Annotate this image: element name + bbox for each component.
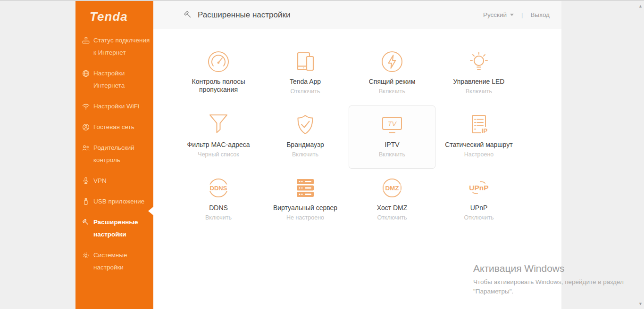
- tv-icon: TV: [381, 114, 403, 136]
- tile-static-route[interactable]: IP Статический маршрут Настроено: [435, 106, 522, 169]
- header-right: Русский | Выход: [483, 11, 550, 18]
- server-icon: [294, 177, 317, 199]
- tiles-row: Контроль полосы пропускания Tenda App От…: [175, 42, 522, 106]
- sidebar-item-label: Расширенные настройки: [93, 216, 151, 241]
- wrench-icon: [82, 216, 90, 228]
- tile-status: Отключить: [290, 88, 320, 95]
- sidebar-item-vpn[interactable]: VPN: [82, 175, 151, 187]
- sidebar-item-label: Настройки WiFi: [93, 100, 151, 113]
- logout-button[interactable]: Выход: [531, 11, 550, 18]
- sidebar-item-label: Гостевая сеть: [93, 121, 151, 133]
- tile-ddns[interactable]: DDNS DDNS Включить: [175, 169, 262, 232]
- sidebar-item-label: Настройки Интернета: [93, 67, 151, 92]
- tile-status: Не настроено: [286, 214, 324, 221]
- sidebar-item-parental-control[interactable]: Родительский контроль: [82, 142, 151, 166]
- shield-check-icon: [294, 114, 317, 136]
- tile-iptv[interactable]: TV IPTV Включить: [349, 106, 435, 169]
- tile-status: Отключить: [464, 214, 493, 221]
- gear-icon: [82, 249, 90, 261]
- tile-mac-filter[interactable]: Фильтр MAC-адреса Черный список: [175, 106, 262, 169]
- tile-title: Фильтр MAC-адреса: [187, 141, 250, 149]
- sidebar: Tenda Статус подклчения к Интернет: [75, 1, 153, 309]
- tile-dmz-host[interactable]: DMZ Хост DMZ Отключить: [349, 169, 435, 232]
- scroll-up-icon[interactable]: ▲: [638, 4, 643, 8]
- tile-title: Виртуальный сервер: [273, 204, 337, 212]
- devices-icon: [294, 50, 317, 73]
- page-header: Расширенные настройки Русский | Выход: [153, 1, 561, 29]
- language-label: Русский: [483, 11, 507, 18]
- ddns-icon-label: DDNS: [210, 185, 227, 192]
- windows-activation-watermark: Активация Windows Чтобы активировать Win…: [473, 263, 625, 296]
- tile-bandwidth-control[interactable]: Контроль полосы пропускания: [175, 42, 262, 106]
- tile-status: Отключить: [377, 214, 407, 221]
- sidebar-item-system-settings[interactable]: Системные настройки: [82, 249, 151, 274]
- sidebar-item-label: Статус подклчения к Интернет: [93, 34, 151, 59]
- tile-status: Включить: [379, 151, 405, 158]
- tenda-logo: Tenda: [90, 9, 153, 24]
- tile-status: Включить: [205, 214, 232, 221]
- tile-firewall[interactable]: Брандмауэр Включить: [262, 106, 349, 169]
- sidebar-item-label: Системные настройки: [93, 249, 151, 274]
- tile-title: Спящий режим: [369, 78, 416, 86]
- tile-title: Брандмауэр: [286, 141, 324, 149]
- route-list-ip-icon: IP: [468, 114, 490, 136]
- tile-title: Управление LED: [453, 78, 505, 86]
- dmz-circle-icon: DMZ: [381, 177, 403, 199]
- upnp-icon: UPnP: [468, 177, 490, 199]
- scrollbar[interactable]: ▲ ▼: [637, 1, 644, 308]
- scroll-down-icon[interactable]: ▼: [638, 302, 643, 306]
- sidebar-item-wifi-settings[interactable]: Настройки WiFi: [82, 100, 151, 113]
- sidebar-item-advanced-settings[interactable]: Расширенные настройки: [82, 216, 151, 241]
- tile-title: Контроль полосы пропускания: [180, 78, 257, 94]
- tile-tenda-app[interactable]: Tenda App Отключить: [262, 42, 349, 106]
- ddns-circle-icon: DDNS: [207, 177, 230, 199]
- sidebar-item-internet-settings[interactable]: Настройки Интернета: [82, 67, 151, 92]
- bulb-icon: [468, 50, 490, 73]
- sidebar-item-usb-app[interactable]: USB приложение: [82, 195, 151, 208]
- tile-status: Настроено: [464, 151, 494, 158]
- parental-control-icon: [82, 142, 90, 154]
- tiles-row: Фильтр MAC-адреса Черный список Брандмау…: [175, 106, 522, 169]
- sidebar-item-internet-status[interactable]: Статус подклчения к Интернет: [82, 34, 151, 59]
- sidebar-item-label: Родительский контроль: [93, 142, 151, 166]
- language-selector[interactable]: Русский: [483, 11, 514, 18]
- tile-title: DDNS: [209, 204, 228, 212]
- tile-led-control[interactable]: Управление LED Включить: [435, 42, 522, 106]
- sidebar-item-label: USB приложение: [93, 195, 151, 208]
- upnp-icon-label: UPnP: [469, 184, 488, 192]
- ip-icon-label: IP: [482, 127, 488, 134]
- vpn-icon: [82, 175, 90, 187]
- tile-status: Включить: [466, 88, 492, 95]
- globe-icon: [82, 67, 90, 80]
- advanced-settings-icon: [183, 10, 193, 20]
- sidebar-nav: Статус подклчения к Интернет Настройки И…: [75, 34, 153, 274]
- tile-title: Статический маршрут: [445, 141, 512, 149]
- dmz-icon-label: DMZ: [385, 185, 399, 192]
- selected-item-arrow: [148, 207, 153, 215]
- tiles-grid: Контроль полосы пропускания Tenda App От…: [175, 42, 522, 232]
- usb-icon: [82, 195, 90, 208]
- sidebar-item-guest-network[interactable]: Гостевая сеть: [82, 121, 151, 133]
- tile-title: UPnP: [470, 204, 488, 212]
- guest-network-icon: [82, 121, 90, 133]
- funnel-icon: [207, 114, 230, 136]
- speedometer-icon: [207, 50, 230, 73]
- chevron-down-icon: [510, 14, 514, 16]
- page-title: Расширенные настройки: [198, 10, 290, 20]
- wifi-icon: [82, 100, 90, 113]
- tile-virtual-server[interactable]: Виртуальный сервер Не настроено: [262, 169, 349, 232]
- tile-status: Включить: [292, 151, 318, 158]
- tile-title: IPTV: [385, 141, 399, 149]
- lightning-circle-icon: [381, 50, 403, 73]
- tile-upnp[interactable]: UPnP UPnP Отключить: [435, 169, 522, 232]
- tile-title: Хост DMZ: [377, 204, 408, 212]
- watermark-title: Активация Windows: [473, 263, 625, 274]
- tile-status: Включить: [379, 88, 405, 95]
- tile-status: Черный список: [198, 151, 239, 158]
- tile-sleep-mode[interactable]: Спящий режим Включить: [349, 42, 435, 106]
- watermark-body: Чтобы активировать Windows, перейдите в …: [473, 277, 625, 296]
- tiles-row: DDNS DDNS Включить: [175, 169, 522, 232]
- sidebar-item-label: VPN: [93, 175, 151, 187]
- tv-icon-label: TV: [388, 120, 397, 128]
- router-icon: [82, 34, 90, 47]
